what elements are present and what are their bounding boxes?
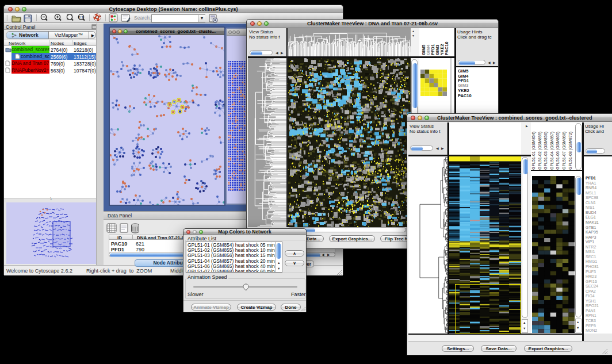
svg-text:GPL51-04 (GSM857): GPL51-04 (GSM857) (550, 132, 554, 170)
svg-text:PAC10: PAC10 (444, 41, 449, 55)
svg-text:GPL51-03 (GSM856): GPL51-03 (GSM856) (544, 132, 548, 170)
svg-text:GPL51-08 (GSM872): GPL51-08 (GSM872) (568, 132, 573, 170)
svg-text:GPL51-02 (GSM855): GPL51-02 (GSM855) (538, 132, 542, 170)
svg-text:GPL51-07 (GSM868): GPL51-07 (GSM868) (562, 132, 567, 170)
svg-text:GPL51-01 (GSM854): GPL51-01 (GSM854) (531, 132, 536, 170)
svg-text:1:1: 1:1 (79, 16, 83, 19)
svg-text:GPL51-06 (GSM865): GPL51-06 (GSM865) (556, 132, 560, 170)
